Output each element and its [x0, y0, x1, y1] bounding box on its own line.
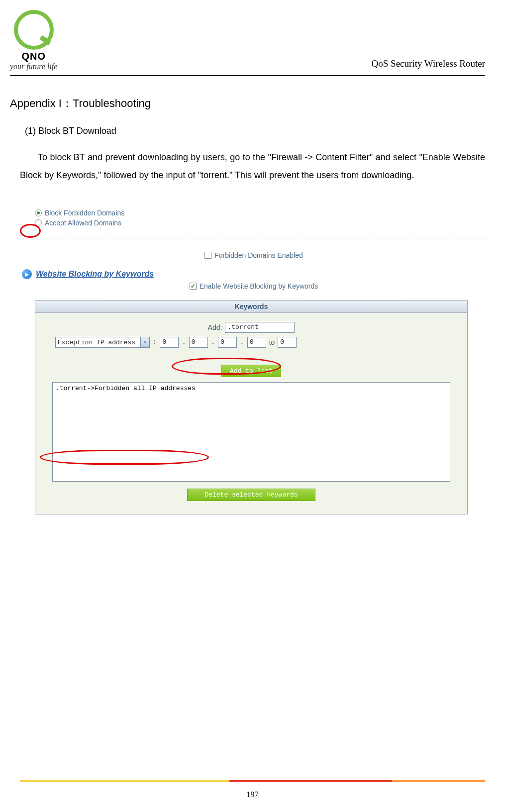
delete-button-row: Delete selected keywords	[45, 489, 457, 501]
to-label: to	[269, 338, 275, 346]
appendix-title: Appendix I：Troubleshooting	[10, 96, 485, 111]
add-label: Add:	[208, 323, 222, 331]
add-button-row: Add to list	[45, 365, 457, 377]
radio-accept-allowed[interactable]: Accept Allowed Domains	[35, 219, 488, 227]
radio-label: Accept Allowed Domains	[45, 219, 121, 227]
select-value: Exception IP address	[58, 339, 135, 346]
footer-color-bar	[20, 780, 485, 782]
router-ui-screenshot: Block Forbidden Domains Accept Allowed D…	[20, 209, 488, 514]
enable-website-blocking-check[interactable]: Enable Website Blocking by Keywords	[20, 282, 488, 290]
radio-icon	[35, 219, 42, 226]
dot: .	[211, 338, 215, 346]
document-title: QoS Security Wireless Router	[372, 58, 485, 69]
list-item[interactable]: .torrent->Forbidden all IP addresses	[56, 385, 447, 392]
ip-octet-3[interactable]: 0	[218, 337, 237, 348]
qno-logo-icon	[14, 10, 54, 50]
page-number: 197	[0, 790, 505, 799]
radio-label: Block Forbidden Domains	[45, 209, 124, 217]
keyword-listbox[interactable]: .torrent->Forbidden all IP addresses	[52, 382, 450, 482]
radio-block-forbidden[interactable]: Block Forbidden Domains	[35, 209, 488, 217]
add-to-list-button[interactable]: Add to list	[221, 365, 281, 377]
page-header: QNO your future life QoS Security Wirele…	[10, 10, 485, 76]
keywords-header: Keywords	[35, 301, 467, 313]
keywords-panel: Keywords Add: .torrent Exception IP addr…	[35, 300, 468, 514]
ip-octet-5[interactable]: 0	[278, 337, 297, 348]
chevron-down-icon: ▾	[140, 337, 149, 347]
exception-ip-row: Exception IP address ▾ : 0 . 0 . 0 . 0 t…	[55, 337, 457, 348]
instruction-paragraph: To block BT and prevent downloading by u…	[20, 148, 485, 184]
brand-name: QNO	[21, 51, 46, 62]
checkbox-icon	[190, 283, 197, 290]
logo-block: QNO your future life	[10, 10, 57, 71]
section-subtitle: (1) Block BT Download	[25, 126, 485, 136]
brand-tagline: your future life	[10, 62, 57, 71]
checkbox-label: Enable Website Blocking by Keywords	[200, 282, 318, 290]
section-title: Website Blocking by Keywords	[36, 270, 154, 279]
colon: :	[153, 338, 157, 346]
ip-octet-1[interactable]: 0	[160, 337, 179, 348]
exception-select[interactable]: Exception IP address ▾	[55, 337, 150, 348]
radio-icon	[35, 209, 42, 216]
delete-keywords-button[interactable]: Delete selected keywords	[187, 489, 315, 501]
forbidden-domains-enabled-check[interactable]: Forbidden Domains Enabled	[20, 251, 488, 259]
ip-octet-2[interactable]: 0	[189, 337, 208, 348]
section-header-keywords[interactable]: ▶ Website Blocking by Keywords	[22, 269, 488, 279]
checkbox-label: Forbidden Domains Enabled	[214, 251, 303, 259]
keyword-input[interactable]: .torrent	[225, 322, 295, 333]
ip-octet-4[interactable]: 0	[247, 337, 266, 348]
checkbox-icon	[204, 252, 211, 259]
add-keyword-row: Add: .torrent	[45, 322, 457, 333]
dot: .	[182, 338, 186, 346]
expand-arrow-icon: ▶	[22, 269, 32, 279]
separator	[20, 238, 488, 238]
dot: .	[240, 338, 244, 346]
